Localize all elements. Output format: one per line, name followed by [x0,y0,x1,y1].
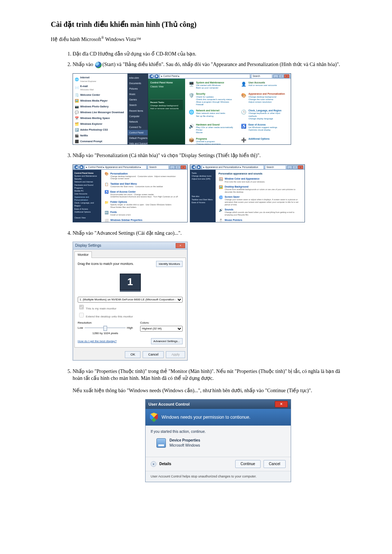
appearance-task[interactable]: ♿Ease of Access CenterAccommodate low vi… [104,190,184,198]
appearance-task[interactable]: 🔤FontsInstall or remove a font [104,210,184,216]
left-nav-home[interactable]: Control Panel Home [150,81,183,84]
left-nav-item[interactable]: Security [74,177,100,180]
window-search-input[interactable]: Search [148,165,169,169]
start-menu-item[interactable]: 📷Windows Photo Gallery [74,104,126,110]
start-menu-place[interactable]: Network [128,119,148,124]
colors-select[interactable]: Highest (32 bit) [140,326,183,332]
start-menu-place[interactable]: Connect To [128,124,148,130]
breadcrumb[interactable]: ▸ Control Panel ▸ [160,74,250,78]
maximize-button[interactable]: □ [279,74,284,78]
control-panel-category[interactable]: 🔊Hardware and SoundPlay CDs or other med… [188,123,236,134]
nav-forward-icon[interactable]: ▶ [79,165,83,169]
left-nav-item[interactable]: Hardware and Sound [74,184,100,186]
start-menu-place[interactable]: Default Programs [128,135,148,141]
advanced-settings-button[interactable]: Advanced Settings... [151,338,183,344]
nav-back-icon[interactable]: ◀ [150,74,154,78]
minimize-button[interactable]: _ [273,74,278,78]
control-panel-category[interactable]: 📦ProgramsUninstall a programChange start… [188,137,236,144]
cancel-button[interactable]: Cancel [143,351,164,358]
nav-back-icon[interactable]: ◀ [74,165,78,169]
identify-monitors-button[interactable]: Identify Monitors [156,261,183,267]
control-panel-category[interactable]: 🖥️System and MaintenanceGet started with… [188,81,236,89]
see-also-item[interactable]: Taskbar and Start Menu [192,198,214,201]
close-button[interactable]: × [181,165,186,169]
close-button[interactable]: × [284,74,289,78]
start-menu-item[interactable]: 📅Windows Meeting Space [74,115,126,121]
start-menu-item[interactable]: ✉️E-mailWindows Mail [74,84,126,93]
start-menu-place[interactable]: Computer [128,114,148,119]
start-menu-item[interactable]: 🎬Netflix [74,133,126,139]
left-nav-item[interactable]: User Accounts [74,192,100,195]
close-icon[interactable]: × [275,401,288,407]
monitor-1-icon[interactable]: 1 [120,274,141,290]
continue-button[interactable]: Continue [235,460,261,468]
extend-desktop-checkbox[interactable]: Extend the desktop onto this monitor [78,312,183,319]
appearance-task[interactable]: 📁Folder OptionsSpecify single- or double… [104,200,184,208]
maximize-button[interactable]: □ [175,165,180,169]
monitor-select[interactable]: 1. (Multiple Monitors) on NVIDIA GeForce… [78,297,183,303]
tab-monitor[interactable]: Monitor [74,251,92,258]
appearance-task[interactable]: ⬜Windows Sidebar PropertiesAdd gadgets t… [104,218,184,222]
left-nav-item[interactable]: Clock, Language, and Region [74,201,100,208]
window-search-input[interactable]: Search [251,74,272,78]
start-menu-item[interactable]: 🌐InternetInternet Explorer [74,75,126,84]
close-button[interactable]: × [298,165,303,169]
start-menu-item[interactable]: 🗒️Welcome Center [74,92,126,98]
left-nav-item[interactable]: Additional Options [74,210,100,213]
personalization-task[interactable]: 🪟Window Color and AppearanceFine tune th… [219,177,302,183]
recent-task-2[interactable]: Add or remove user accounts [150,107,183,110]
start-menu-item[interactable]: 💬Windows Live Messenger Download [74,110,126,115]
ok-button[interactable]: OK [125,351,140,358]
breadcrumb[interactable]: ▸ Control Panel ▸ Appearance and Persona… [85,165,147,169]
appearance-task[interactable]: 📋Taskbar and Start MenuCustomize the Sta… [104,182,184,188]
left-nav-item[interactable]: Ease of Access [74,208,100,210]
best-display-link[interactable]: How do I get the best display? [78,339,117,343]
control-panel-category[interactable]: ➕Additional Options [241,137,288,144]
nav-forward-icon[interactable]: ▶ [197,165,201,169]
personalization-task[interactable]: 🔊SoundsChange which sounds are heard whe… [219,208,302,216]
left-nav-item[interactable]: Appearance and Personalization [74,196,100,202]
control-panel-category[interactable]: 👤User AccountsAdd or remove user account… [241,81,288,89]
left-nav-classic-view[interactable]: Classic View [74,216,100,219]
start-menu-place[interactable]: Games [128,97,148,102]
start-menu-item[interactable]: 🗂️Windows Explorer [74,121,126,127]
minimize-button[interactable]: _ [170,165,175,169]
details-toggle[interactable]: Details [159,461,171,467]
maximize-button[interactable]: □ [293,165,298,169]
start-menu-place[interactable]: Documents [128,81,148,86]
see-also-item[interactable]: Ease of Access [192,201,214,204]
left-nav-home[interactable]: Control Panel Home [74,172,100,175]
cancel-button[interactable]: Cancel [264,460,286,468]
left-nav-item[interactable]: System and Maintenance [74,175,100,177]
control-panel-category[interactable]: 🛡️SecurityCheck for updatesCheck this co… [188,92,236,106]
close-icon[interactable]: × [176,243,185,248]
personalization-task[interactable]: 🌀Screen SaverChange your screen saver or… [219,195,302,206]
apply-button[interactable]: Apply [166,351,185,358]
resolution-slider[interactable]: Low High [78,326,133,330]
control-panel-category[interactable]: 🌐Network and InternetView network status… [188,109,236,120]
nav-back-icon[interactable]: ◀ [192,165,196,169]
slider-thumb-icon[interactable] [103,326,107,331]
control-panel-category[interactable]: 🕒Clock, Language, and RegionChange keybo… [241,109,288,120]
left-nav-item[interactable]: Network and Internet [74,180,100,183]
minimize-button[interactable]: _ [287,165,292,169]
start-menu-item[interactable]: 🖼️Windows Media Player [74,98,126,104]
start-menu-place[interactable]: Pictures [128,86,148,91]
start-menu-item[interactable]: ⬛Command Prompt [74,139,126,144]
start-menu-place[interactable]: edw-obm [128,75,148,81]
nav-forward-icon[interactable]: ▶ [155,74,159,78]
start-menu-place[interactable]: Recent Items [128,108,148,114]
appearance-task[interactable]: 🎨PersonalizationChange desktop backgroun… [104,172,184,180]
personalization-task[interactable]: 🖱️Mouse PointersPick a different mouse p… [219,218,302,222]
left-nav-classic-view[interactable]: Classic View [150,85,183,88]
start-menu-place[interactable]: Help and Support [128,141,148,145]
tasks-nav-item[interactable]: Change desktop icons [192,175,214,177]
personalization-task[interactable]: 🖼️Desktop BackgroundChoose from availabl… [219,185,302,193]
start-menu-item[interactable]: 🅿️Adobe Photoshop CS3 [74,127,126,133]
start-menu-place[interactable]: Music [128,91,148,97]
window-search-input[interactable]: Search [265,165,286,169]
left-nav-item[interactable]: Programs [74,186,100,189]
start-menu-place[interactable]: Control Panel [128,130,148,135]
breadcrumb[interactable]: ▸ Appearance and Personalization ▸ Perso… [202,165,264,169]
control-panel-category[interactable]: ♿Ease of AccessLet Windows suggest setti… [241,123,288,134]
